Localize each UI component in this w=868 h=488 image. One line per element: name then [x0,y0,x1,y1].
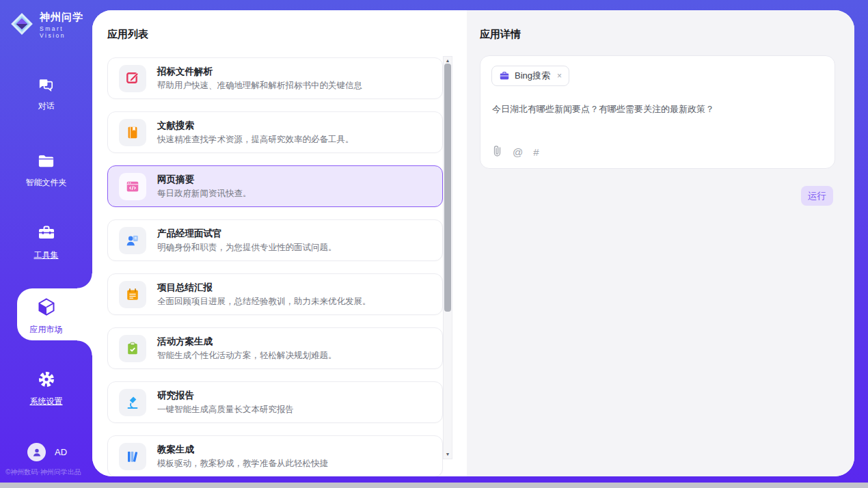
app-card-title: 招标文件解析 [157,66,362,78]
toolbox-icon [37,223,56,245]
brand-name: 神州问学 [40,11,83,23]
main-content: 应用列表 招标文件解析 帮助用户快速、准确地理解和解析招标书中的关键信息 [92,10,854,476]
app-card-bid-document-parse[interactable]: 招标文件解析 帮助用户快速、准确地理解和解析招标书中的关键信息 [107,57,443,99]
person-icon [31,447,42,458]
app-card-research-report[interactable]: 研究报告 一键智能生成高质量长文本研究报告 [107,381,443,423]
cube-icon [36,297,57,320]
app-card-title: 活动方案生成 [157,336,337,348]
active-item-fillet-top [77,273,92,288]
tool-tag-label: Bing搜索 [515,70,550,82]
brand-subtitle: Smart Vision [40,25,92,39]
brand-logo: 神州问学 Smart Vision [10,11,92,39]
app-card-web-summary[interactable]: 网页摘要 每日政府新闻资讯快查。 [107,165,443,207]
sidebar-item-label: 工具集 [0,249,92,261]
clipboard-check-icon [119,335,146,362]
user-name: AD [55,447,67,457]
sidebar-item-smart-folder[interactable]: 智能文件夹 [0,152,92,189]
app-detail-panel: 应用详情 Bing搜索 × 今日湖北有哪些新闻要点？有哪些需要关注的最新政策？ [467,10,854,476]
app-list: 招标文件解析 帮助用户快速、准确地理解和解析招标书中的关键信息 文献搜索 [107,57,443,476]
app-card-desc: 模板驱动，教案秒成，教学准备从此轻松快捷 [157,458,328,470]
query-input-card: Bing搜索 × 今日湖北有哪些新闻要点？有哪些需要关注的最新政策？ @ # [480,55,835,169]
app-card-pm-interviewer[interactable]: 产品经理面试官 明确身份和职责，为您提供专业性的面试问题。 [107,219,443,261]
paperclip-icon[interactable] [492,145,502,159]
app-card-desc: 全面回顾项目进展，总结经验教训，助力未来优化发展。 [157,296,371,308]
sidebar-item-app-market[interactable]: 应用市场 [0,297,92,336]
app-card-desc: 一键智能生成高质量长文本研究报告 [157,404,294,416]
briefcase-icon [499,70,510,81]
sidebar-item-label: 智能文件夹 [0,177,92,189]
avatar [27,443,46,461]
book-icon [119,119,146,146]
attachment-toolbar: @ # [492,145,539,159]
app-list-scrollbar[interactable]: ▲ ▼ [443,56,452,459]
query-input[interactable]: 今日湖北有哪些新闻要点？有哪些需要关注的最新政策？ [492,103,820,116]
app-card-title: 教案生成 [157,444,328,456]
tool-tag-close-icon[interactable]: × [557,71,562,81]
app-window: 神州问学 Smart Vision 对话 智能文件夹 [0,0,868,488]
tool-tag-bing-search[interactable]: Bing搜索 × [491,66,569,86]
sidebar-item-label: 系统设置 [0,396,92,407]
mention-icon[interactable]: @ [513,146,523,158]
sidebar-item-toolset[interactable]: 工具集 [0,223,92,261]
sidebar-footer: ©神州数码·神州问学出品 [5,467,94,477]
app-card-title: 文献搜索 [157,120,354,132]
app-card-literature-search[interactable]: 文献搜索 快速精准查找学术资源，提高研究效率的必备工具。 [107,111,443,153]
microscope-icon [119,389,146,416]
app-card-desc: 每日政府新闻资讯快查。 [157,188,252,200]
app-list-title: 应用列表 [107,28,148,41]
sidebar-item-label: 对话 [0,100,92,112]
app-list-panel: 应用列表 招标文件解析 帮助用户快速、准确地理解和解析招标书中的关键信息 [92,10,467,476]
sidebar-item-settings[interactable]: 系统设置 [0,370,92,407]
diamond-logo-icon [10,12,34,39]
browser-code-icon [119,173,146,200]
folder-icon [37,152,55,173]
app-card-title: 网页摘要 [157,174,252,186]
active-item-fillet-bottom [77,340,92,355]
app-card-title: 研究报告 [157,390,294,402]
user-account[interactable]: AD [27,443,67,461]
books-icon [119,443,146,470]
chat-icon [37,75,55,96]
hash-icon[interactable]: # [533,146,539,158]
app-card-title: 项目总结汇报 [157,282,371,294]
scrollbar-thumb[interactable] [444,64,451,312]
sidebar: 神州问学 Smart Vision 对话 智能文件夹 [0,0,92,483]
app-detail-title: 应用详情 [480,28,521,41]
app-card-event-plan[interactable]: 活动方案生成 智能生成个性化活动方案，轻松解决规划难题。 [107,327,443,369]
app-card-desc: 明确身份和职责，为您提供专业性的面试问题。 [157,242,337,254]
app-card-lesson-plan[interactable]: 教案生成 模板驱动，教案秒成，教学准备从此轻松快捷 [107,435,443,476]
calendar-icon [119,281,146,308]
sidebar-item-label: 应用市场 [0,324,92,336]
app-card-project-summary[interactable]: 项目总结汇报 全面回顾项目进展，总结经验教训，助力未来优化发展。 [107,273,443,315]
app-card-desc: 快速精准查找学术资源，提高研究效率的必备工具。 [157,134,354,146]
app-card-desc: 智能生成个性化活动方案，轻松解决规划难题。 [157,350,337,362]
interviewer-icon [119,227,146,254]
app-card-title: 产品经理面试官 [157,228,337,240]
run-button[interactable]: 运行 [801,186,833,206]
sidebar-item-chat[interactable]: 对话 [0,75,92,112]
scrollbar-down-arrow-icon[interactable]: ▼ [444,450,452,459]
gear-icon [37,370,56,392]
edit-document-icon [119,65,146,92]
window-bottom-edge [0,483,868,488]
app-card-desc: 帮助用户快速、准确地理解和解析招标书中的关键信息 [157,80,362,92]
